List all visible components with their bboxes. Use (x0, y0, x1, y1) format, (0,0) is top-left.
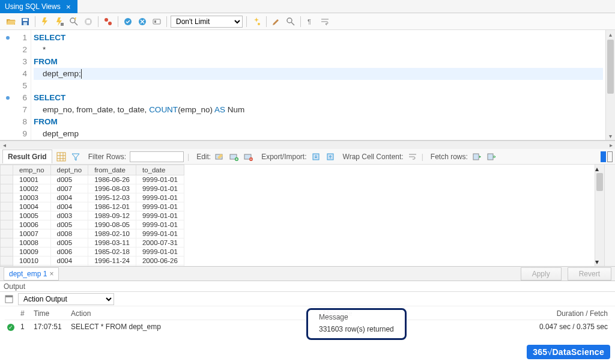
result-grid-tab[interactable]: Result Grid (2, 150, 52, 163)
cell[interactable]: 10006 (13, 220, 51, 229)
cell[interactable]: d004 (50, 202, 88, 211)
table-row[interactable]: 10003d0041995-12-039999-01-01 (1, 193, 184, 202)
cell[interactable]: 10010 (13, 256, 51, 265)
filter-input[interactable] (130, 151, 184, 162)
cell[interactable]: 9999-01-01 (136, 265, 184, 267)
horizontal-scrollbar[interactable]: ◂ ▸ (0, 141, 615, 149)
revert-button[interactable]: Revert (568, 267, 611, 281)
file-tab[interactable]: Using SQL Views × (0, 0, 77, 13)
autocommit-icon[interactable] (151, 16, 163, 28)
grid-scrollbar[interactable]: ▴ ▾ (595, 165, 604, 266)
cell[interactable]: d007 (50, 184, 88, 193)
execute-icon[interactable] (39, 16, 51, 28)
edit-row-icon[interactable] (214, 151, 225, 162)
col-header[interactable]: dept_no (50, 165, 88, 175)
rollback-icon[interactable] (136, 16, 148, 28)
commit-icon[interactable] (122, 16, 134, 28)
scroll-up-icon[interactable]: ▴ (595, 165, 604, 173)
col-header[interactable]: from_date (88, 165, 136, 175)
scroll-left-icon[interactable]: ◂ (0, 142, 8, 148)
table-row[interactable]: 10010d0062000-06-269999-01-01 (1, 265, 184, 267)
cell[interactable]: 10001 (13, 175, 51, 184)
result-tab[interactable]: dept_emp 1 × (4, 267, 59, 281)
cell[interactable]: 1996-11-24 (88, 256, 136, 265)
cell[interactable]: 1990-08-05 (88, 220, 136, 229)
cell[interactable]: 2000-07-31 (136, 238, 184, 247)
table-row[interactable]: 10010d0041996-11-242000-06-26 (1, 256, 184, 265)
scroll-thumb[interactable] (607, 40, 614, 94)
cell[interactable]: 10004 (13, 202, 51, 211)
apply-button[interactable]: Apply (521, 267, 562, 281)
cell[interactable]: d006 (50, 265, 88, 267)
stop-icon[interactable] (82, 16, 94, 28)
cell[interactable]: d006 (50, 247, 88, 256)
table-row[interactable]: 10002d0071996-08-039999-01-01 (1, 184, 184, 193)
table-row[interactable]: 10001d0051986-06-269999-01-01 (1, 175, 184, 184)
cell[interactable]: 10005 (13, 211, 51, 220)
cell[interactable]: 1986-12-01 (88, 202, 136, 211)
table-row[interactable]: 10005d0031989-09-129999-01-01 (1, 211, 184, 220)
scroll-down-icon[interactable]: ▾ (606, 132, 615, 140)
col-header[interactable]: emp_no (13, 165, 51, 175)
cell[interactable]: 10007 (13, 229, 51, 238)
grid-view-icon[interactable] (56, 151, 67, 162)
table-row[interactable]: 10009d0061985-02-189999-01-01 (1, 247, 184, 256)
cell[interactable]: 9999-01-01 (136, 211, 184, 220)
export-icon[interactable] (311, 151, 321, 162)
cell[interactable]: 10002 (13, 184, 51, 193)
cell[interactable]: 1989-09-12 (88, 211, 136, 220)
filter-icon[interactable] (70, 151, 81, 162)
cell[interactable]: 9999-01-01 (136, 193, 184, 202)
cell[interactable]: 1985-02-18 (88, 247, 136, 256)
close-icon[interactable]: × (64, 2, 73, 11)
close-icon[interactable]: × (49, 270, 53, 278)
panel-toggle-2[interactable] (607, 151, 613, 162)
fetch-all-icon[interactable] (486, 151, 497, 162)
cell[interactable]: 10008 (13, 238, 51, 247)
sql-editor[interactable]: 123456789 SELECT *FROM dept_emp;SELECT e… (0, 30, 615, 141)
table-row[interactable]: 10006d0051990-08-059999-01-01 (1, 220, 184, 229)
scroll-thumb[interactable] (596, 173, 603, 191)
scroll-down-icon[interactable]: ▾ (595, 258, 604, 266)
save-icon[interactable] (19, 16, 31, 28)
output-select[interactable]: Action Output (18, 293, 114, 305)
col-header[interactable]: to_date (136, 165, 184, 175)
open-icon[interactable] (5, 16, 17, 28)
cell[interactable]: d005 (50, 238, 88, 247)
cell[interactable]: 9999-01-01 (136, 175, 184, 184)
cell[interactable]: d005 (50, 220, 88, 229)
explain-icon[interactable] (68, 16, 80, 28)
code-area[interactable]: SELECT *FROM dept_emp;SELECT emp_no, fro… (31, 30, 605, 140)
insert-row-icon[interactable] (229, 151, 240, 162)
cell[interactable]: 10010 (13, 265, 51, 267)
cell[interactable]: 9999-01-01 (136, 220, 184, 229)
cell[interactable]: 1996-08-03 (88, 184, 136, 193)
cell[interactable]: 9999-01-01 (136, 247, 184, 256)
table-row[interactable]: 10007d0081989-02-109999-01-01 (1, 229, 184, 238)
output-mode-icon[interactable] (4, 294, 14, 305)
cell[interactable]: 9999-01-01 (136, 229, 184, 238)
cell[interactable]: 1998-03-11 (88, 238, 136, 247)
toggle-icon[interactable] (102, 16, 114, 28)
cell[interactable]: 2000-06-26 (136, 256, 184, 265)
wrap-icon[interactable] (319, 16, 331, 28)
limit-select[interactable]: Don't Limit (171, 16, 243, 28)
cell[interactable]: 2000-06-26 (88, 265, 136, 267)
beautify-icon[interactable] (250, 16, 262, 28)
cell[interactable]: d003 (50, 211, 88, 220)
cell[interactable]: 9999-01-01 (136, 184, 184, 193)
import-icon[interactable] (325, 151, 336, 162)
table-row[interactable]: 10004d0041986-12-019999-01-01 (1, 202, 184, 211)
find-icon[interactable] (285, 16, 297, 28)
vertical-scrollbar[interactable]: ▴ ▾ (605, 30, 615, 140)
table-row[interactable]: 10008d0051998-03-112000-07-31 (1, 238, 184, 247)
scroll-right-icon[interactable]: ▸ (607, 142, 615, 148)
delete-row-icon[interactable] (243, 151, 254, 162)
result-grid[interactable]: emp_nodept_nofrom_dateto_date10001d00519… (0, 165, 595, 266)
scroll-up-icon[interactable]: ▴ (606, 30, 615, 38)
brush-icon[interactable] (270, 16, 282, 28)
panel-toggle-1[interactable] (601, 151, 606, 162)
fetch-next-icon[interactable] (471, 151, 482, 162)
cell[interactable]: d008 (50, 229, 88, 238)
cell[interactable]: d004 (50, 256, 88, 265)
